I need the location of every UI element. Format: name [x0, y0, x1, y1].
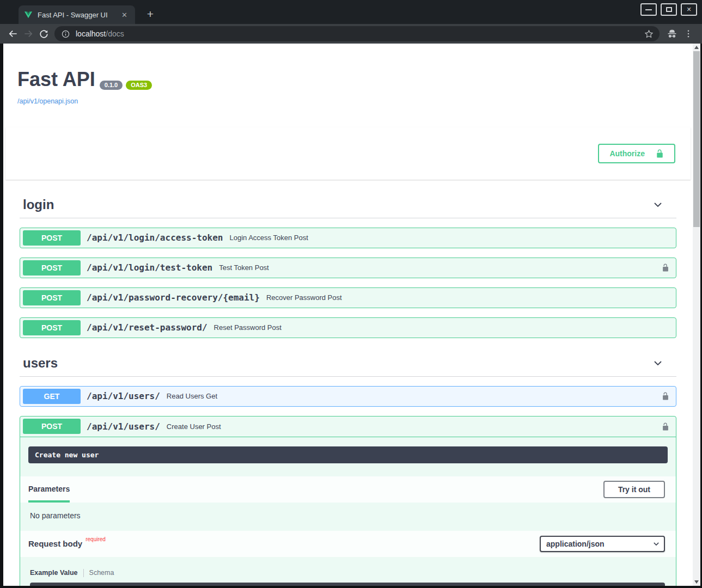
no-parameters-text: No parameters — [20, 503, 676, 531]
schema-tab[interactable]: Schema — [89, 569, 114, 577]
method-badge: POST — [23, 320, 81, 335]
operation-row-password-recovery[interactable]: POST /api/v1/password-recovery/{email} R… — [20, 287, 676, 308]
close-button[interactable]: ✕ — [681, 3, 697, 16]
model-example-section: Example Value Schema { — [20, 557, 676, 586]
operation-row-login-test-token[interactable]: POST /api/v1/login/test-token Test Token… — [20, 258, 676, 278]
incognito-indicator-icon — [664, 26, 680, 41]
api-title-text: Fast API — [17, 68, 95, 90]
titlebar: Fast API - Swagger UI ✕ + ✕ — [0, 0, 702, 24]
oas3-badge: OAS3 — [126, 81, 152, 90]
section-header-login[interactable]: login — [20, 194, 676, 218]
version-badge: 0.1.0 — [100, 81, 123, 90]
back-icon — [8, 28, 19, 39]
operation-path: /api/v1/users/ — [87, 391, 160, 401]
operation-summary: Read Users Get — [167, 392, 217, 400]
auth-lock-button[interactable] — [662, 422, 669, 431]
operation-summary: Reset Password Post — [214, 323, 282, 332]
method-badge: POST — [23, 260, 81, 275]
bookmark-star-icon[interactable] — [644, 29, 654, 39]
operation-row-login-access-token[interactable]: POST /api/v1/login/access-token Login Ac… — [20, 228, 676, 248]
scrollbar-up-arrow[interactable] — [694, 46, 699, 49]
window-controls: ✕ — [640, 3, 697, 16]
vue-favicon-icon — [24, 10, 33, 19]
tab-close-icon[interactable]: ✕ — [119, 10, 130, 20]
minimize-button[interactable] — [640, 3, 657, 16]
scrollbar-thumb[interactable] — [693, 51, 700, 227]
operation-row-read-users[interactable]: GET /api/v1/users/ Read Users Get — [20, 386, 676, 407]
reload-icon — [39, 29, 49, 39]
openapi-spec-link[interactable]: /api/v1/openapi.json — [17, 97, 78, 105]
request-body-label-group: Request body required — [28, 539, 106, 548]
parameters-tab[interactable]: Parameters — [28, 476, 70, 503]
forward-button[interactable] — [21, 26, 36, 41]
required-label: required — [86, 536, 106, 542]
operation-summary-row[interactable]: POST /api/v1/users/ Create User Post — [20, 416, 676, 437]
browser-menu-button[interactable] — [680, 26, 697, 41]
scheme-container: Authorize — [5, 127, 691, 180]
parameters-header: Parameters Try it out — [20, 476, 676, 503]
new-tab-button[interactable]: + — [143, 7, 158, 22]
url-path: /docs — [106, 29, 124, 38]
authorize-button[interactable]: Authorize — [598, 144, 675, 163]
method-badge: POST — [23, 290, 81, 305]
operation-summary: Test Token Post — [219, 264, 269, 272]
back-button[interactable] — [5, 26, 21, 41]
auth-lock-button[interactable] — [662, 263, 669, 272]
operations-wrapper: login POST /api/v1/login/access-token Lo… — [3, 194, 693, 586]
browser-toolbar: localhost/docs — [0, 24, 702, 44]
browser-tab[interactable]: Fast API - Swagger UI ✕ — [19, 5, 135, 24]
forward-icon — [23, 28, 34, 39]
browser-content: Fast API0.1.0OAS3 /api/v1/openapi.json A… — [0, 44, 702, 588]
unlocked-padlock-icon — [662, 422, 669, 431]
api-badges: 0.1.0OAS3 — [100, 70, 152, 91]
method-badge: POST — [23, 230, 81, 246]
section-title: login — [23, 197, 54, 212]
address-bar[interactable]: localhost/docs — [54, 26, 660, 41]
unlocked-padlock-icon — [662, 263, 669, 272]
operation-summary: Login Access Token Post — [229, 234, 308, 242]
auth-lock-button[interactable] — [662, 391, 669, 401]
request-body-label: Request body — [28, 539, 82, 548]
example-tabs: Example Value Schema — [30, 569, 665, 577]
three-dots-icon — [683, 29, 693, 39]
example-value-tab[interactable]: Example Value — [30, 569, 78, 577]
chevron-down-icon[interactable] — [652, 358, 663, 369]
api-info: Fast API0.1.0OAS3 /api/v1/openapi.json — [3, 44, 693, 115]
example-code-block[interactable]: { — [30, 583, 665, 586]
content-type-select-wrap: application/json — [540, 536, 665, 552]
operation-expanded-create-user: POST /api/v1/users/ Create User Post Cre… — [20, 416, 676, 586]
site-info-icon[interactable] — [61, 29, 70, 39]
tab-title: Fast API - Swagger UI — [38, 11, 119, 19]
page-scrollbar[interactable] — [693, 44, 700, 586]
tab-divider — [83, 569, 84, 577]
operation-path: /api/v1/users/ — [87, 421, 160, 432]
operation-description: Create new user — [28, 446, 668, 463]
maximize-icon — [666, 7, 672, 12]
unlocked-padlock-icon — [662, 391, 669, 401]
page-title: Fast API0.1.0OAS3 — [17, 69, 682, 91]
reload-button[interactable] — [36, 26, 51, 41]
method-badge: GET — [23, 389, 81, 404]
operation-row-reset-password[interactable]: POST /api/v1/reset-password/ Reset Passw… — [20, 317, 676, 338]
operation-path: /api/v1/login/test-token — [87, 262, 212, 273]
chevron-down-icon[interactable] — [652, 199, 663, 210]
operation-summary: Recover Password Post — [266, 293, 342, 302]
operation-path: /api/v1/reset-password/ — [87, 322, 207, 333]
scrollbar-down-arrow[interactable] — [694, 580, 699, 584]
request-body-header: Request body required application/json — [20, 531, 676, 557]
swagger-page: Fast API0.1.0OAS3 /api/v1/openapi.json A… — [3, 44, 693, 586]
operation-path: /api/v1/password-recovery/{email} — [87, 292, 260, 303]
operation-summary: Create User Post — [167, 422, 221, 431]
section-title: users — [23, 356, 58, 371]
try-it-out-button[interactable]: Try it out — [603, 481, 665, 498]
section-header-users[interactable]: users — [20, 352, 676, 377]
minimize-icon — [645, 9, 652, 10]
maximize-button[interactable] — [661, 3, 677, 16]
authorize-label: Authorize — [609, 149, 645, 158]
url-host: localhost — [76, 29, 106, 38]
auth-wrapper: Authorize — [5, 144, 691, 163]
method-badge: POST — [23, 419, 81, 434]
content-type-select[interactable]: application/json — [540, 536, 665, 552]
operation-path: /api/v1/login/access-token — [87, 232, 223, 243]
browser-window: Fast API - Swagger UI ✕ + ✕ localhost/do… — [0, 0, 702, 588]
